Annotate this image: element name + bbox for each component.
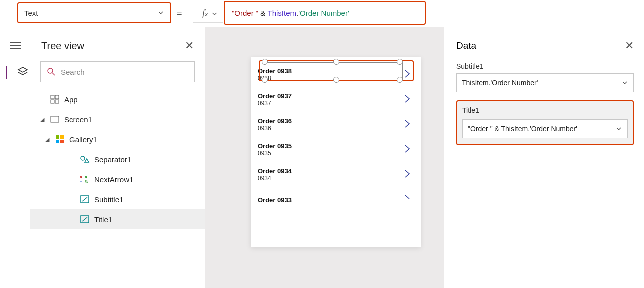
formula-token-op: & xyxy=(258,9,267,17)
tree-node-subtitle1[interactable]: Subtitle1 xyxy=(30,189,205,209)
label-icon xyxy=(79,215,90,223)
list-item[interactable]: Order 09340934 xyxy=(258,162,414,187)
equals-label: = xyxy=(177,8,182,19)
chevron-right-icon[interactable] xyxy=(404,169,411,180)
subtitle1-dropdown[interactable]: ThisItem.'Order Number' xyxy=(456,73,634,92)
canvas-area: Order 0938 0938 Order 09370937 Order 093… xyxy=(205,27,444,288)
list-item-sub: 0938 xyxy=(258,75,292,82)
list-item-title: Order 0938 xyxy=(258,67,292,75)
chevron-down-icon xyxy=(621,79,628,86)
chevron-down-icon xyxy=(615,125,622,132)
caret-down-icon: ◢ xyxy=(40,116,45,123)
svg-line-25 xyxy=(405,195,409,199)
formula-input[interactable]: "Order " & ThisItem.'Order Number' xyxy=(224,1,426,25)
svg-rect-13 xyxy=(56,140,59,143)
screen-icon xyxy=(49,116,60,123)
list-item-title: Order 0936 xyxy=(258,117,292,125)
list-item-title: Order 0935 xyxy=(258,142,292,150)
subtitle1-value: ThisItem.'Order Number' xyxy=(462,79,538,87)
tree-node-label: Subtitle1 xyxy=(94,195,123,204)
tree-node-gallery1[interactable]: ◢ Gallery1 xyxy=(30,129,205,149)
data-panel-title: Data xyxy=(456,40,476,51)
list-item[interactable]: Order 0938 0938 xyxy=(258,62,414,87)
list-item[interactable]: Order 0933 xyxy=(258,187,414,212)
formula-bar: Text = fx "Order " & ThisItem.'Order Num… xyxy=(0,0,644,27)
fx-button[interactable]: fx xyxy=(193,5,223,23)
chevron-right-icon[interactable] xyxy=(404,119,411,130)
field-label-subtitle1: Subtitle1 xyxy=(456,62,634,70)
list-item-title: Order 0933 xyxy=(258,196,292,204)
svg-line-22 xyxy=(82,197,87,201)
svg-line-24 xyxy=(82,217,87,221)
hamburger-icon[interactable] xyxy=(10,41,21,51)
tree-view-panel: Tree view ✕ Search App ◢ Screen1 ◢ Galle… xyxy=(30,27,205,288)
nextarrow-icon: ♥♥+↻ xyxy=(79,175,90,183)
tree-view-tab[interactable] xyxy=(6,66,17,79)
list-item-title: Order 0937 xyxy=(258,92,292,100)
data-panel: Data ✕ Subtitle1 ThisItem.'Order Number'… xyxy=(444,27,644,288)
tree-view-title: Tree view xyxy=(41,40,84,52)
chevron-down-icon xyxy=(211,11,218,17)
list-item[interactable]: Order 09370937 xyxy=(258,87,414,112)
tree-node-nextarrow1[interactable]: ♥♥+↻ NextArrow1 xyxy=(30,169,205,189)
svg-rect-12 xyxy=(60,135,64,139)
device-preview[interactable]: Order 0938 0938 Order 09370937 Order 093… xyxy=(251,57,421,247)
chevron-right-icon[interactable] xyxy=(404,94,411,105)
svg-rect-14 xyxy=(60,140,64,143)
title1-dropdown[interactable]: "Order " & ThisItem.'Order Number' xyxy=(462,119,628,138)
svg-rect-9 xyxy=(55,100,59,103)
separator-icon xyxy=(79,155,90,163)
list-item-sub: 0937 xyxy=(258,100,292,107)
tree-node-title1[interactable]: Title1 xyxy=(30,209,205,229)
gallery-icon xyxy=(54,135,65,144)
formula-token-string: "Order " xyxy=(232,9,258,17)
svg-rect-6 xyxy=(51,95,54,99)
chevron-right-icon[interactable] xyxy=(404,69,411,80)
tree-node-label: Screen1 xyxy=(64,115,92,124)
search-input[interactable]: Search xyxy=(40,61,195,82)
label-icon xyxy=(79,195,90,203)
tree-node-separator1[interactable]: Separator1 xyxy=(30,149,205,169)
svg-text:+: + xyxy=(80,179,82,183)
svg-line-5 xyxy=(52,73,55,75)
svg-rect-11 xyxy=(56,135,59,139)
formula-token-thisitem: ThisItem xyxy=(268,9,297,17)
title1-value: "Order " & ThisItem.'Order Number' xyxy=(468,125,577,133)
list-item[interactable]: Order 09350935 xyxy=(258,137,414,162)
left-rail xyxy=(0,27,30,288)
property-dropdown-value: Text xyxy=(24,9,38,17)
svg-point-15 xyxy=(81,156,85,160)
tree-node-label: Separator1 xyxy=(94,155,131,164)
list-item[interactable]: Order 09360936 xyxy=(258,112,414,137)
chevron-right-icon[interactable] xyxy=(404,144,411,155)
search-icon xyxy=(47,67,56,76)
svg-marker-3 xyxy=(18,67,27,72)
tree-node-app[interactable]: App xyxy=(30,89,205,109)
list-item-title: Order 0934 xyxy=(258,167,292,175)
app-icon xyxy=(49,95,60,104)
close-icon[interactable]: ✕ xyxy=(185,39,194,52)
property-dropdown[interactable]: Text xyxy=(17,2,171,23)
formula-token-field: 'Order Number' xyxy=(298,9,349,17)
svg-rect-8 xyxy=(51,100,54,103)
tree-node-screen1[interactable]: ◢ Screen1 xyxy=(30,109,205,129)
tree-node-label: NextArrow1 xyxy=(94,175,133,184)
list-item-sub: 0934 xyxy=(258,175,292,182)
svg-marker-16 xyxy=(85,159,89,162)
list-item-sub: 0935 xyxy=(258,150,292,157)
list-item-sub: 0936 xyxy=(258,125,292,132)
search-placeholder: Search xyxy=(61,68,85,76)
svg-rect-7 xyxy=(55,95,59,99)
close-icon[interactable]: ✕ xyxy=(625,39,634,52)
svg-text:↻: ↻ xyxy=(85,179,89,183)
fx-icon: fx xyxy=(202,8,208,19)
chevron-down-icon xyxy=(157,9,164,16)
chevron-right-icon[interactable] xyxy=(404,194,411,205)
tree-node-label: Gallery1 xyxy=(69,135,97,144)
tree-node-label: App xyxy=(64,95,78,104)
svg-point-4 xyxy=(48,68,53,73)
caret-down-icon: ◢ xyxy=(45,136,50,143)
tree-node-label: Title1 xyxy=(94,215,112,224)
field-label-title1: Title1 xyxy=(462,106,628,114)
svg-rect-10 xyxy=(51,116,59,122)
